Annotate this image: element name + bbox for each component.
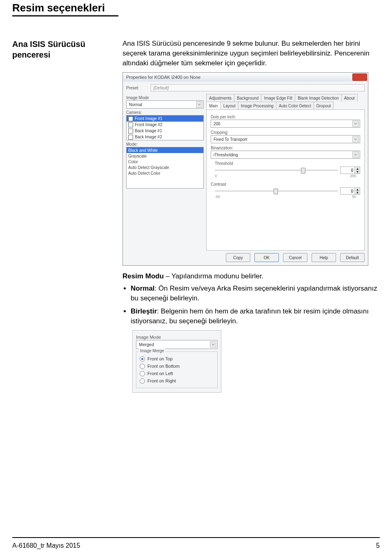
mode-label: Mode: (126, 142, 204, 147)
bullet-normal: Normal: Ön Resim ve/veya Arka Resim seçe… (131, 284, 380, 303)
camera-item-label: Back Image #2 (135, 135, 162, 139)
tab-main[interactable]: Main (206, 102, 221, 109)
intro-paragraph: Ana ISIS Sürücüsü penceresinde 9 sekme b… (122, 39, 380, 68)
resim-modu-text: – Yapılandırma modunu belirler. (164, 272, 263, 280)
spin-down-icon[interactable]: ▾ (355, 191, 360, 194)
radio-label: Front on Right (147, 378, 176, 383)
tab-adjustments[interactable]: Adjustments (206, 94, 234, 102)
tab-image-edge-fill[interactable]: Image Edge Fill (261, 94, 295, 102)
merged-image-mode-combo[interactable]: Merged (136, 340, 218, 349)
mode-item[interactable]: Grayscale (127, 153, 203, 159)
checkbox-icon (128, 129, 133, 133)
bullet-normal-text: : Ön Resim ve/veya Arka Resim seçenekler… (131, 284, 377, 302)
cancel-button[interactable]: Cancel (283, 253, 307, 262)
image-mode-label: Image Mode (126, 96, 204, 100)
chevron-down-icon (210, 341, 216, 348)
contrast-min: -50 (215, 195, 220, 199)
binarization-label: Binarization: (211, 146, 360, 150)
radio-front-on-left[interactable]: Front on Left (140, 370, 214, 377)
tab-image-processing[interactable]: Image Processing (238, 102, 276, 109)
copy-button[interactable]: Copy (226, 253, 250, 262)
radio-icon (140, 378, 145, 384)
radio-front-on-right[interactable]: Front on Right (140, 377, 214, 384)
binarization-combo[interactable]: iThresholding (211, 151, 360, 159)
threshold-ticks: 0 255 (211, 174, 360, 178)
footer-page-number: 5 (376, 542, 380, 549)
radio-icon (140, 371, 145, 376)
tab-blank-image-detection[interactable]: Blank Image Detection (295, 94, 342, 102)
bullet-normal-label: Normal (131, 284, 155, 292)
radio-front-on-bottom[interactable]: Front on Bottom (140, 362, 214, 370)
radio-label: Front on Top (147, 356, 173, 361)
camera-item[interactable]: Back Image #1 (127, 128, 203, 134)
help-button[interactable]: Help (312, 253, 336, 262)
merged-image-mode-label: Image Mode (136, 335, 218, 340)
radio-icon (140, 356, 145, 362)
mode-item[interactable]: Auto Detect Color (127, 170, 203, 176)
chevron-down-icon (352, 120, 359, 127)
image-mode-value: Normal (129, 102, 142, 107)
tab-about[interactable]: About (341, 94, 358, 102)
contrast-spin[interactable]: ▴▾ (340, 187, 360, 195)
dpi-combo[interactable]: 200 (211, 120, 360, 128)
cropping-value: Fixed To Transport (214, 137, 247, 142)
dialog-button-row: Copy OK Cancel Help Default (206, 251, 365, 262)
preset-field[interactable]: [Default] (151, 84, 365, 91)
default-button[interactable]: Default (340, 253, 365, 262)
contrast-label: Contrast (211, 182, 360, 187)
contrast-max: 50 (352, 195, 356, 199)
tab-auto-color-detect[interactable]: Auto Color Detect (276, 102, 314, 109)
tab-strip-bottom: Main Layout Image Processing Auto Color … (206, 102, 365, 109)
camera-item[interactable]: Front Image #1 (127, 116, 203, 122)
contrast-input[interactable] (341, 188, 354, 194)
threshold-min: 0 (215, 174, 217, 178)
threshold-label: Threshold (215, 161, 360, 166)
section-title: Ana ISIS Sürücüsü penceresi (12, 39, 122, 60)
mode-item[interactable]: Black and White (127, 147, 203, 153)
dialog-titlebar: Properties for KODAK i2400 on None (123, 73, 368, 82)
cropping-combo[interactable]: Fixed To Transport (211, 135, 360, 143)
threshold-spin[interactable]: ▴▾ (340, 167, 360, 174)
dialog-title: Properties for KODAK i2400 on None (126, 75, 352, 80)
camera-item[interactable]: Front Image #2 (127, 122, 203, 128)
bullet-birlestir-label: Birleştir (131, 307, 157, 315)
page-heading: Resim seçenekleri (12, 2, 380, 14)
bullet-birlestir-text: : Belgenin hem ön hem de arka tarafının … (131, 307, 369, 325)
camera-item-label: Back Image #1 (135, 129, 162, 133)
contrast-ticks: -50 50 (211, 195, 360, 199)
image-mode-combo[interactable]: Normal (126, 100, 204, 109)
spin-down-icon[interactable]: ▾ (355, 170, 360, 173)
section-title-line2: penceresi (12, 50, 50, 59)
image-mode-merged-panel: Image Mode Merged Image Merge Front on T… (132, 330, 221, 393)
radio-icon (140, 364, 145, 369)
ok-button[interactable]: OK (254, 253, 279, 262)
checkbox-icon (128, 116, 133, 121)
camera-item[interactable]: Back Image #2 (127, 134, 203, 140)
mode-item[interactable]: Color (127, 159, 203, 164)
binarization-value: iThresholding (214, 153, 238, 157)
tab-strip-top: Adjustments Background Image Edge Fill B… (206, 94, 365, 102)
camera-listbox[interactable]: Front Image #1 Front Image #2 Back Image… (126, 115, 204, 140)
radio-front-on-top[interactable]: Front on Top (140, 355, 214, 362)
mode-item[interactable]: Auto Detect Grayscale (127, 164, 203, 170)
footer-left: A-61680_tr Mayıs 2015 (12, 542, 80, 549)
mode-listbox[interactable]: Black and White Grayscale Color Auto Det… (126, 147, 204, 189)
dpi-value: 200 (214, 122, 220, 126)
threshold-input[interactable] (341, 167, 354, 173)
tab-main-content: Dots per inch: 200 Cropping: F (206, 109, 365, 251)
chevron-down-icon (352, 136, 359, 142)
image-merge-group-title: Image Merge (139, 349, 165, 353)
cropping-label: Cropping: (211, 130, 360, 135)
tab-dropout[interactable]: Dropout (314, 102, 334, 109)
camera-item-label: Front Image #2 (135, 122, 163, 127)
image-merge-group: Image Merge Front on Top Front on Bottom… (136, 351, 218, 388)
radio-label: Front on Bottom (147, 364, 180, 369)
close-button[interactable] (352, 73, 367, 81)
contrast-slider[interactable]: ▴▾ (215, 187, 360, 195)
preset-label: Preset: (126, 86, 151, 90)
tab-layout[interactable]: Layout (220, 102, 238, 109)
tab-background[interactable]: Background (234, 94, 261, 102)
threshold-slider[interactable]: ▴▾ (215, 167, 360, 174)
resim-modu-paragraph: Resim Modu – Yapılandırma modunu belirle… (122, 271, 380, 281)
camera-item-label: Front Image #1 (135, 116, 163, 121)
